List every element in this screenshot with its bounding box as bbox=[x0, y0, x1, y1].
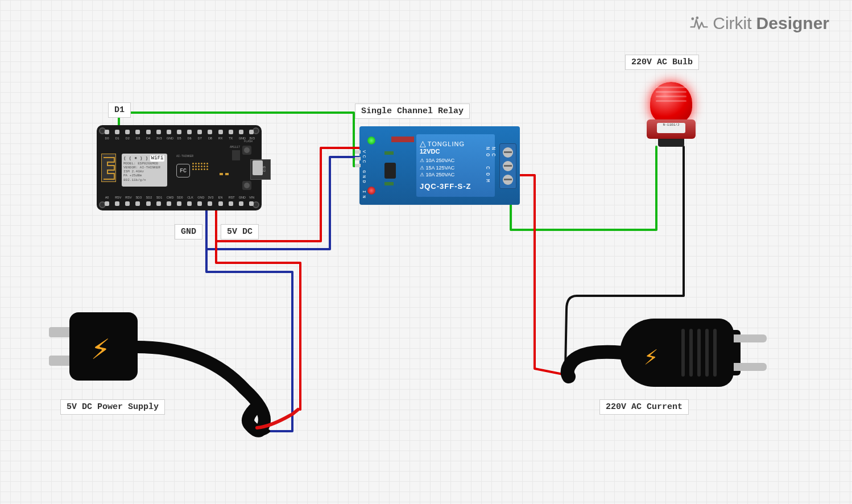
pin-label: RX bbox=[218, 137, 223, 140]
pin[interactable] bbox=[208, 201, 212, 206]
pin[interactable] bbox=[146, 201, 151, 206]
pin-label: D3 bbox=[135, 137, 140, 140]
relay-com-to-ac[interactable] bbox=[511, 175, 569, 375]
flash-label: FLASH bbox=[244, 140, 253, 143]
pin[interactable] bbox=[177, 130, 181, 134]
label-relay: Single Channel Relay bbox=[355, 104, 470, 119]
component-nodemcu[interactable]: D0D1D2D3D43V3GNDD5D6D7D8RXTXGND3V3 A0RSV… bbox=[97, 125, 262, 210]
acplug-prong bbox=[734, 363, 767, 371]
pin-label: D6 bbox=[187, 137, 192, 140]
component-relay[interactable]: VCC GND IN △ TONGLING 12VDC ⚠ 10A 250VAC… bbox=[359, 126, 520, 205]
pin[interactable] bbox=[125, 201, 130, 206]
label-bulb: 220V AC Bulb bbox=[625, 55, 699, 70]
pad-grid bbox=[192, 163, 208, 170]
pin-label: SD0 bbox=[177, 196, 181, 199]
pin-label: A0 bbox=[105, 196, 109, 199]
psu-prong bbox=[49, 327, 69, 337]
bulb-dome bbox=[650, 82, 692, 124]
wire-layer bbox=[0, 0, 852, 504]
relay-terminal-block bbox=[499, 143, 516, 189]
pin-label: EN bbox=[218, 196, 223, 199]
pin-label: SD1 bbox=[156, 196, 161, 199]
ac-cable bbox=[568, 352, 622, 377]
pin[interactable] bbox=[249, 130, 254, 134]
relay-no-to-bulb[interactable] bbox=[511, 147, 656, 230]
bulb-foot bbox=[658, 139, 684, 147]
pin[interactable] bbox=[105, 130, 109, 134]
pin-label: D1 bbox=[115, 137, 119, 140]
pin-label: D8 bbox=[208, 137, 212, 140]
pin-label: D5 bbox=[177, 137, 181, 140]
board-led bbox=[220, 173, 223, 175]
component-5v-psu[interactable]: ⚡ bbox=[69, 312, 138, 381]
brand-logo: Cirkit Designer bbox=[690, 14, 829, 33]
pin[interactable] bbox=[177, 201, 181, 206]
pin[interactable] bbox=[125, 130, 130, 134]
pin[interactable] bbox=[135, 201, 140, 206]
chip-small-text: AI-THINKER bbox=[176, 155, 193, 158]
pin-label: RSV bbox=[115, 196, 119, 199]
pin[interactable] bbox=[115, 201, 119, 206]
pin-label: 3V3 bbox=[208, 196, 212, 199]
acplug-body: ⚡ bbox=[620, 319, 734, 387]
usb-port bbox=[253, 160, 263, 175]
pin[interactable] bbox=[167, 130, 171, 134]
esp-shield: ( ( ● ) ) WiFi MODEL: ESP8266MODVENDOR: … bbox=[122, 154, 167, 187]
pin[interactable] bbox=[229, 130, 233, 134]
relay-input-pins bbox=[355, 150, 361, 167]
board-led bbox=[225, 173, 229, 175]
component-bulb[interactable]: N-1101/J bbox=[647, 82, 696, 150]
pin-label: VIN bbox=[249, 196, 254, 199]
flash-button bbox=[242, 146, 251, 155]
pin[interactable] bbox=[197, 201, 202, 206]
pin[interactable] bbox=[197, 130, 202, 134]
pin-label: CLK bbox=[187, 196, 192, 199]
pin[interactable] bbox=[229, 201, 233, 206]
reset-button bbox=[242, 181, 251, 190]
pin[interactable] bbox=[218, 130, 223, 134]
relay-status-led bbox=[367, 187, 375, 195]
relay-power-led bbox=[367, 137, 375, 144]
pin-label: RSV bbox=[125, 196, 130, 199]
relay-pin-labels: VCC GND IN bbox=[362, 150, 367, 200]
pin-label: GND bbox=[197, 196, 202, 199]
pin-label: D0 bbox=[105, 137, 109, 140]
relay-terminal-labels: NO COM NC bbox=[485, 147, 496, 205]
pin[interactable] bbox=[146, 130, 151, 134]
pin[interactable] bbox=[218, 201, 223, 206]
pin[interactable] bbox=[187, 130, 192, 134]
pin-label: GND bbox=[239, 137, 243, 140]
pin[interactable] bbox=[208, 130, 212, 134]
relay-cube: △ TONGLING 12VDC ⚠ 10A 250VAC⚠ 15A 125VA… bbox=[416, 134, 495, 197]
pin[interactable] bbox=[135, 130, 140, 134]
pin[interactable] bbox=[156, 130, 161, 134]
regulator-chip bbox=[232, 150, 240, 160]
pin-label: RST bbox=[229, 196, 233, 199]
pin-label: GND bbox=[167, 137, 171, 140]
bulb-sticker: N-1101/J bbox=[657, 123, 685, 133]
pin[interactable] bbox=[105, 201, 109, 206]
label-ac: 220V AC Current bbox=[599, 399, 689, 415]
pin[interactable] bbox=[239, 201, 243, 206]
lightning-icon: ⚡ bbox=[91, 329, 110, 369]
transistor bbox=[384, 163, 396, 179]
pin[interactable] bbox=[156, 201, 161, 206]
label-d1: D1 bbox=[108, 102, 131, 118]
pin-label: CMD bbox=[167, 196, 171, 199]
pin[interactable] bbox=[187, 201, 192, 206]
pin-label: GND bbox=[239, 196, 243, 199]
psu-prong bbox=[49, 356, 69, 366]
pin-label: SD2 bbox=[146, 196, 151, 199]
pin-label: D2 bbox=[125, 137, 130, 140]
resistor bbox=[384, 151, 394, 155]
pin[interactable] bbox=[249, 201, 254, 206]
diode bbox=[391, 137, 414, 142]
label-psu: 5V DC Power Supply bbox=[60, 399, 165, 415]
fcc-icon: FC bbox=[176, 164, 190, 177]
brand-name-1: Cirkit bbox=[713, 14, 751, 33]
pin[interactable] bbox=[115, 130, 119, 134]
pin[interactable] bbox=[167, 201, 171, 206]
antenna-icon bbox=[101, 154, 116, 182]
pin[interactable] bbox=[239, 130, 243, 134]
component-ac-plug[interactable]: ⚡ bbox=[620, 319, 734, 387]
